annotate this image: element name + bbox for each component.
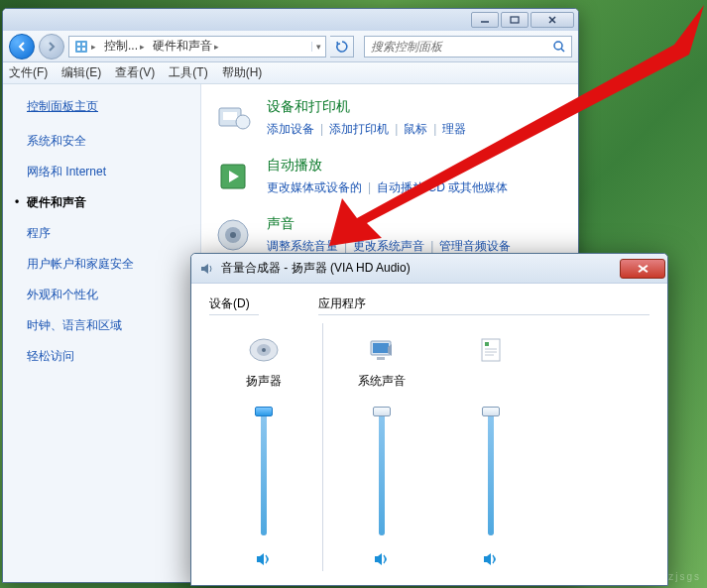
- svg-rect-5: [77, 43, 80, 46]
- svg-line-10: [561, 49, 564, 52]
- app-label: 系统声音: [358, 373, 406, 389]
- sidebar-category[interactable]: 网络和 Internet: [27, 164, 200, 180]
- menu-file[interactable]: 文件(F): [9, 64, 48, 81]
- control-panel-home-link[interactable]: 控制面板主页: [27, 98, 200, 115]
- refresh-button[interactable]: [330, 36, 354, 58]
- close-button[interactable]: [530, 12, 574, 28]
- svg-rect-27: [482, 339, 500, 361]
- sidebar-category[interactable]: 系统和安全: [27, 133, 200, 150]
- svg-rect-25: [373, 343, 389, 353]
- category-section: 设备和打印机 添加设备|添加打印机|鼠标|理器: [213, 98, 566, 139]
- svg-rect-8: [82, 48, 85, 51]
- section-icon: [213, 157, 253, 196]
- navigation-bar: ▸ 控制...▸ 硬件和声音▸ ▾: [3, 31, 578, 62]
- sidebar: 控制面板主页 系统和安全网络和 Internet硬件和声音程序用户帐户和家庭安全…: [3, 84, 201, 582]
- window-titlebar: [3, 9, 578, 31]
- task-link[interactable]: 更改媒体或设备的: [267, 180, 362, 194]
- address-bar[interactable]: ▸ 控制...▸ 硬件和声音▸ ▾: [68, 36, 326, 58]
- svg-rect-4: [75, 41, 87, 53]
- sidebar-category[interactable]: 硬件和声音: [27, 194, 200, 211]
- volume-slider[interactable]: [484, 407, 498, 535]
- sidebar-category[interactable]: 程序: [27, 225, 200, 242]
- watermark: www.wzjsgs: [628, 571, 701, 582]
- task-link[interactable]: 添加打印机: [329, 122, 389, 136]
- slider-thumb[interactable]: [373, 407, 391, 416]
- svg-point-13: [236, 115, 250, 129]
- task-link[interactable]: 理器: [442, 122, 466, 136]
- menu-edit[interactable]: 编辑(E): [61, 64, 101, 81]
- category-section: 自动播放 更改媒体或设备的|自动播放 CD 或其他媒体: [213, 157, 566, 197]
- task-link[interactable]: 自动播放 CD 或其他媒体: [377, 180, 508, 194]
- breadcrumb-segment[interactable]: 控制...▸: [100, 38, 149, 55]
- applications-header: 应用程序: [318, 296, 366, 310]
- app-icon[interactable]: [365, 333, 399, 367]
- sidebar-category[interactable]: 外观和个性化: [27, 287, 200, 303]
- app-label: 扬声器: [246, 373, 282, 389]
- svg-rect-12: [223, 112, 237, 120]
- task-link[interactable]: 管理音频设备: [439, 239, 511, 253]
- svg-rect-26: [377, 357, 385, 360]
- menu-bar: 文件(F) 编辑(E) 查看(V) 工具(T) 帮助(H): [3, 62, 578, 84]
- task-link[interactable]: 调整系统音量: [267, 239, 338, 253]
- search-input[interactable]: [365, 40, 547, 54]
- volume-column: 系统声音: [327, 323, 436, 571]
- app-icon[interactable]: [474, 333, 508, 367]
- section-icon: [213, 98, 253, 138]
- volume-slider[interactable]: [257, 407, 271, 535]
- slider-thumb[interactable]: [482, 407, 500, 416]
- section-title[interactable]: 声音: [267, 215, 566, 233]
- forward-button[interactable]: [39, 34, 64, 59]
- control-panel-icon: [73, 39, 89, 55]
- mixer-body: 设备(D) 应用程序 扬声器 系统声音: [191, 284, 667, 585]
- slider-thumb[interactable]: [255, 407, 273, 416]
- search-button[interactable]: [547, 37, 571, 57]
- section-icon: [213, 215, 253, 255]
- chevron-down-icon[interactable]: ▾: [316, 42, 321, 52]
- search-box: [364, 36, 572, 58]
- speaker-icon: [199, 261, 215, 277]
- volume-slider[interactable]: [375, 407, 389, 535]
- window-titlebar[interactable]: 音量合成器 - 扬声器 (VIA HD Audio): [191, 254, 667, 284]
- svg-point-23: [262, 348, 266, 352]
- menu-view[interactable]: 查看(V): [115, 64, 155, 81]
- mute-button[interactable]: [481, 549, 501, 569]
- app-icon[interactable]: [247, 333, 281, 367]
- volume-mixer-window: 音量合成器 - 扬声器 (VIA HD Audio) 设备(D) 应用程序 扬声…: [190, 253, 668, 586]
- section-title[interactable]: 设备和打印机: [267, 98, 566, 116]
- task-link[interactable]: 添加设备: [267, 122, 314, 136]
- sidebar-category[interactable]: 用户帐户和家庭安全: [27, 256, 200, 273]
- svg-rect-28: [485, 342, 489, 346]
- category-section: 声音 调整系统音量|更改系统声音|管理音频设备: [213, 215, 566, 256]
- sidebar-category[interactable]: 轻松访问: [27, 348, 200, 365]
- svg-point-18: [230, 232, 236, 238]
- menu-help[interactable]: 帮助(H): [222, 64, 263, 81]
- svg-rect-7: [77, 48, 80, 51]
- mute-button[interactable]: [372, 549, 392, 569]
- breadcrumb-segment[interactable]: 硬件和声音▸: [149, 38, 223, 55]
- minimize-button[interactable]: [471, 12, 499, 28]
- maximize-button[interactable]: [501, 12, 529, 28]
- back-button[interactable]: [9, 34, 35, 59]
- task-link[interactable]: 更改系统声音: [353, 239, 424, 253]
- volume-column: [436, 323, 545, 571]
- task-link[interactable]: 鼠标: [404, 122, 427, 136]
- window-title: 音量合成器 - 扬声器 (VIA HD Audio): [221, 260, 620, 277]
- svg-point-9: [554, 42, 562, 50]
- sidebar-category[interactable]: 时钟、语言和区域: [27, 317, 200, 334]
- section-title[interactable]: 自动播放: [267, 157, 566, 175]
- volume-column: 扬声器: [209, 323, 318, 571]
- menu-tools[interactable]: 工具(T): [169, 64, 207, 81]
- divider: [322, 323, 323, 571]
- svg-rect-1: [511, 17, 519, 23]
- close-button[interactable]: [620, 259, 665, 279]
- device-header: 设备(D): [209, 296, 250, 310]
- svg-rect-6: [82, 43, 85, 46]
- mute-button[interactable]: [254, 549, 274, 569]
